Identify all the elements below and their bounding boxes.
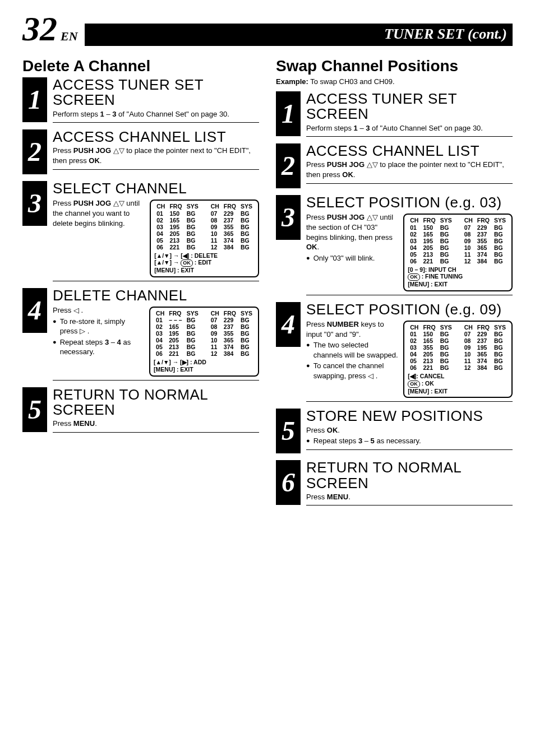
step-title: SELECT CHANNEL xyxy=(53,181,259,196)
step-divider xyxy=(306,401,513,402)
step-number: 5 xyxy=(22,387,47,432)
step-bullet: ●Repeat steps 3 – 5 as necessary. xyxy=(306,436,513,446)
step-divider xyxy=(306,449,513,450)
step-bullet: ●To cancel the channel swapping, press ◁… xyxy=(306,361,399,381)
step-number: 3 xyxy=(22,181,47,226)
left-step-4: 4DELETE CHANNELPress ◁ .●To re-store it,… xyxy=(22,288,259,381)
osd-screen: CHFRQSYS01150BG02165BG03195BG04205BG0521… xyxy=(403,214,513,291)
step-number: 2 xyxy=(22,129,47,174)
right-step-2: 2ACCESS CHANNEL LISTPress PUSH JOG △▽ to… xyxy=(276,143,513,188)
step-text: Press MENU. xyxy=(53,419,259,429)
step-number: 1 xyxy=(276,91,301,136)
step-text: Press PUSH JOG △▽ until the section of C… xyxy=(306,212,399,252)
content-columns: Delete A Channel 1ACCESS TUNER SET SCREE… xyxy=(22,52,513,512)
left-section-title: Delete A Channel xyxy=(22,57,259,75)
example-label: Example: xyxy=(276,77,308,86)
page-header: 32 EN TUNER SET (cont.) xyxy=(22,11,513,46)
step-bullet: ●To re-store it, simply press ▷ . xyxy=(53,317,145,336)
left-step-2: 2ACCESS CHANNEL LISTPress PUSH JOG △▽ to… xyxy=(22,129,259,174)
right-step-1: 1ACCESS TUNER SET SCREENPerform steps 1 … xyxy=(276,91,513,137)
step-title: RETURN TO NORMAL SCREEN xyxy=(53,387,259,418)
step-text: Perform steps 1 – 3 of "Auto Channel Set… xyxy=(53,109,259,119)
step-text: Press OK. xyxy=(306,425,513,435)
step-divider xyxy=(306,136,513,137)
step-title: SELECT POSITION (e.g. 03) xyxy=(306,195,513,210)
step-number: 5 xyxy=(276,409,301,453)
left-step-3: 3SELECT CHANNELPress PUSH JOG △▽ until t… xyxy=(22,181,259,281)
step-divider xyxy=(53,169,259,170)
step-number: 1 xyxy=(22,77,47,122)
right-step-5: 5STORE NEW POSITIONSPress OK.●Repeat ste… xyxy=(276,409,513,453)
step-number: 4 xyxy=(22,288,47,333)
right-step-6: 6RETURN TO NORMAL SCREENPress MENU. xyxy=(276,460,513,505)
step-bullet: ●The two selected channels will be swapp… xyxy=(306,340,399,360)
page-number: 32 xyxy=(22,11,57,46)
step-text: Press MENU. xyxy=(306,492,513,502)
step-text: Perform steps 1 – 3 of "Auto Channel Set… xyxy=(306,123,513,133)
step-text: Press PUSH JOG △▽ to place the pointer n… xyxy=(53,146,259,165)
page-number-block: 32 EN xyxy=(22,11,78,46)
step-title: SELECT POSITION (e.g. 09) xyxy=(306,302,513,317)
osd-screen: CHFRQSYS01150BG02165BG03355BG04205BG0521… xyxy=(403,321,513,398)
step-bullet: ●Only "03" will blink. xyxy=(306,253,399,263)
left-steps: 1ACCESS TUNER SET SCREENPerform steps 1 … xyxy=(22,77,259,433)
step-text: Press NUMBER keys to input "0" and "9". xyxy=(306,319,399,339)
right-step-4: 4SELECT POSITION (e.g. 09)Press NUMBER k… xyxy=(276,302,513,402)
step-number: 2 xyxy=(276,143,301,188)
right-example: Example: To swap CH03 and CH09. xyxy=(276,77,513,86)
left-column: Delete A Channel 1ACCESS TUNER SET SCREE… xyxy=(22,52,259,512)
step-title: STORE NEW POSITIONS xyxy=(306,409,513,424)
step-number: 6 xyxy=(276,460,301,505)
right-column: Swap Channel Positions Example: To swap … xyxy=(276,52,513,512)
step-text: Press PUSH JOG △▽ to place the pointer n… xyxy=(306,160,513,179)
step-divider xyxy=(306,505,513,505)
right-step-3: 3SELECT POSITION (e.g. 03)Press PUSH JOG… xyxy=(276,195,513,295)
step-title: ACCESS TUNER SET SCREEN xyxy=(53,77,259,108)
step-text: Press ◁ . xyxy=(53,305,145,316)
step-text: Press PUSH JOG △▽ until the channel you … xyxy=(53,198,145,228)
step-number: 4 xyxy=(276,302,301,347)
step-title: DELETE CHANNEL xyxy=(53,288,259,303)
example-text: To swap CH03 and CH09. xyxy=(310,77,394,86)
step-title: ACCESS TUNER SET SCREEN xyxy=(306,91,513,122)
step-divider xyxy=(53,432,259,433)
step-title: RETURN TO NORMAL SCREEN xyxy=(306,460,513,491)
left-step-5: 5RETURN TO NORMAL SCREENPress MENU. xyxy=(22,387,259,433)
osd-screen: CHFRQSYS01– – –BG02165BG03195BG04205BG05… xyxy=(149,307,259,377)
step-number: 3 xyxy=(276,195,301,240)
osd-screen: CHFRQSYS01150BG02165BG03195BG04205BG0521… xyxy=(150,200,259,277)
step-divider xyxy=(53,281,259,281)
header-title: TUNER SET (cont.) xyxy=(85,24,513,46)
left-step-1: 1ACCESS TUNER SET SCREENPerform steps 1 … xyxy=(22,77,259,123)
step-divider xyxy=(306,295,513,295)
step-title: ACCESS CHANNEL LIST xyxy=(53,129,259,145)
step-divider xyxy=(306,183,513,184)
step-divider xyxy=(53,122,259,123)
page-lang: EN xyxy=(61,29,78,44)
step-bullet: ●Repeat steps 3 – 4 as necessary. xyxy=(53,337,145,357)
step-title: ACCESS CHANNEL LIST xyxy=(306,143,513,159)
right-section-title: Swap Channel Positions xyxy=(276,57,513,75)
step-divider xyxy=(53,380,259,381)
right-steps: 1ACCESS TUNER SET SCREENPerform steps 1 … xyxy=(276,91,513,505)
